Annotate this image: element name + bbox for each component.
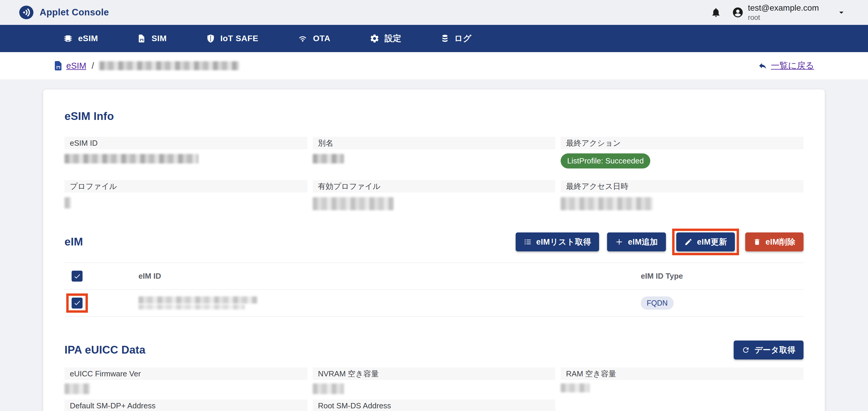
- topbar: Applet Console test@example.com root: [0, 0, 868, 25]
- esim-id-value-redacted: [64, 154, 198, 164]
- col-header-eim-id-type: eIM ID Type: [641, 271, 683, 281]
- field-label: Root SM-DS Address: [313, 400, 556, 411]
- field-label: Default SM-DP+ Address: [64, 400, 307, 411]
- eim-id-type-badge: FQDN: [641, 296, 674, 310]
- nav-tab-iot-safe[interactable]: IoT SAFE: [206, 33, 258, 44]
- eim-table-row[interactable]: FQDN: [64, 290, 804, 316]
- alias-value-redacted: [313, 154, 344, 164]
- sim-card-icon: [137, 33, 147, 43]
- account-avatar-icon[interactable]: [732, 6, 744, 18]
- eim-table-header: eIM ID eIM ID Type: [64, 263, 804, 290]
- field-esim-id: eSIM ID: [64, 137, 307, 180]
- eim-section-header: eIM eIMリスト取得 eIM追加 eIM更新: [64, 232, 804, 252]
- esim-info-row2: プロファイル 有効プロファイル 最終アクセス日時: [64, 180, 804, 223]
- ipa-section-header: IPA eUICC Data データ取得: [64, 340, 804, 360]
- field-label: 有効プロファイル: [313, 180, 556, 193]
- row-checkbox-annotated: [71, 298, 83, 309]
- field-enabled-profile: 有効プロファイル: [313, 180, 556, 223]
- field-label: 別名: [313, 137, 556, 149]
- return-arrow-icon: [758, 61, 767, 70]
- field-root-smds: Root SM-DS Address: [313, 400, 556, 411]
- account-menu-chevron-down-icon[interactable]: [835, 6, 847, 18]
- trash-icon: [753, 238, 761, 246]
- eim-delete-button[interactable]: eIM削除: [745, 232, 804, 252]
- notifications-bell-icon[interactable]: [710, 6, 722, 18]
- nav-tab-esim[interactable]: eSIM: [63, 33, 98, 43]
- nav-tab-sim[interactable]: SIM: [137, 33, 166, 43]
- eim-add-button[interactable]: eIM追加: [607, 232, 666, 252]
- eim-id-value-redacted: [138, 296, 257, 310]
- profile-value-redacted: [64, 197, 71, 208]
- field-firmware: eUICC Firmware Ver: [64, 368, 307, 400]
- breadcrumb-esim-id-redacted: [99, 61, 239, 70]
- breadcrumb: eSIM / 一覧に戻る: [0, 52, 868, 79]
- account-role: root: [748, 13, 819, 22]
- wifi-icon: [297, 34, 308, 43]
- app-title: Applet Console: [40, 7, 109, 18]
- gear-icon: [370, 33, 379, 43]
- breadcrumb-separator: /: [92, 61, 94, 71]
- nvram-value-redacted: [313, 383, 344, 394]
- shield-icon: [206, 33, 215, 44]
- pencil-icon: [684, 238, 692, 246]
- field-last-access: 最終アクセス日時: [561, 180, 804, 223]
- app-logo-icon: [19, 5, 34, 20]
- detail-card: eSIM Info eSIM ID 別名 最終アクション ListProfile…: [43, 89, 825, 411]
- ram-value-redacted: [561, 383, 590, 392]
- col-header-eim-id: eIM ID: [138, 271, 161, 281]
- eim-update-button[interactable]: eIM更新: [676, 232, 735, 252]
- back-to-list-link[interactable]: 一覧に戻る: [758, 60, 814, 72]
- field-label: 最終アクセス日時: [561, 180, 804, 193]
- firmware-value-redacted: [64, 383, 90, 394]
- row-checkbox[interactable]: [71, 298, 83, 309]
- last-access-value-redacted: [561, 197, 653, 210]
- nav-tab-logs[interactable]: ログ: [440, 33, 472, 44]
- field-label: RAM 空き容量: [561, 368, 804, 380]
- eim-title: eIM: [64, 236, 83, 248]
- database-icon: [440, 33, 450, 43]
- account-email: test@example.com: [748, 3, 819, 13]
- eim-button-row: eIMリスト取得 eIM追加 eIM更新: [516, 232, 804, 252]
- breadcrumb-esim-link[interactable]: eSIM: [66, 61, 86, 71]
- eim-table: eIM ID eIM ID Type FQDN: [64, 263, 804, 317]
- field-last-action: 最終アクション ListProfile: Succeeded: [561, 137, 804, 180]
- field-profile: プロファイル: [64, 180, 307, 223]
- field-label: eSIM ID: [64, 137, 307, 149]
- list-icon: [524, 238, 532, 246]
- chip-icon: [63, 33, 73, 43]
- enabled-profile-value-redacted: [313, 197, 394, 210]
- field-nvram: NVRAM 空き容量: [313, 368, 556, 400]
- plus-icon: [615, 238, 623, 246]
- ipa-title: IPA eUICC Data: [64, 344, 146, 356]
- eim-update-annotated: eIM更新: [676, 232, 735, 252]
- field-label: eUICC Firmware Ver: [64, 368, 307, 380]
- account-info[interactable]: test@example.com root: [748, 3, 819, 22]
- last-action-status-badge: ListProfile: Succeeded: [561, 153, 650, 169]
- esim-info-row1: eSIM ID 別名 最終アクション ListProfile: Succeede…: [64, 137, 804, 180]
- main-nav: eSIM SIM IoT SAFE OTA 設定: [0, 25, 868, 52]
- refresh-icon: [742, 346, 750, 354]
- eim-get-list-button[interactable]: eIMリスト取得: [516, 232, 599, 252]
- field-alias: 別名: [313, 137, 556, 180]
- breadcrumb-sim-icon: [54, 61, 62, 71]
- esim-info-title: eSIM Info: [64, 110, 804, 123]
- ipa-row1: eUICC Firmware Ver NVRAM 空き容量 RAM 空き容量: [64, 368, 804, 400]
- field-label: 最終アクション: [561, 137, 804, 149]
- nav-tab-ota[interactable]: OTA: [297, 34, 331, 43]
- select-all-checkbox[interactable]: [71, 271, 83, 282]
- ipa-row2: Default SM-DP+ Address Root SM-DS Addres…: [64, 400, 804, 411]
- ipa-fetch-data-button[interactable]: データ取得: [734, 341, 804, 359]
- field-ram: RAM 空き容量: [561, 368, 804, 400]
- nav-tab-settings[interactable]: 設定: [370, 33, 401, 44]
- field-label: NVRAM 空き容量: [313, 368, 556, 380]
- field-default-smdp: Default SM-DP+ Address: [64, 400, 307, 411]
- field-label: プロファイル: [64, 180, 307, 193]
